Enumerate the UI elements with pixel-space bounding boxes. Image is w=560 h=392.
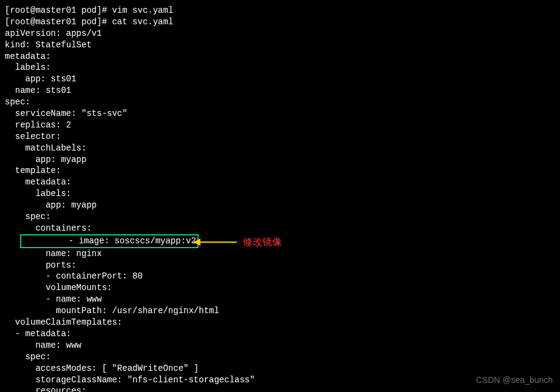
- watermark: CSDN @sea_bunch: [476, 374, 553, 386]
- yaml-line: accessModes: [ "ReadWriteOnce" ]: [5, 363, 555, 374]
- yaml-line: - metadata:: [5, 328, 555, 340]
- yaml-line: volumeMounts:: [5, 282, 555, 294]
- yaml-line: resources:: [5, 385, 555, 392]
- annotation-arrow: 修改镜像: [193, 235, 282, 249]
- yaml-line: selector:: [5, 131, 555, 143]
- yaml-line: matchLabels:: [5, 143, 555, 154]
- yaml-line: metadata:: [5, 177, 555, 188]
- yaml-line: replicas: 2: [5, 120, 555, 131]
- yaml-line: storageClassName: "nfs-client-storagecla…: [5, 374, 555, 386]
- yaml-line: spec:: [5, 211, 555, 223]
- annotation-label: 修改镜像: [243, 235, 282, 249]
- arrow-head-icon: [193, 238, 200, 246]
- highlighted-image-line: - image: soscscs/myapp:v2: [20, 234, 199, 248]
- yaml-line: spec:: [5, 96, 555, 108]
- yaml-line: name: www: [5, 340, 555, 351]
- yaml-line: name: sts01: [5, 85, 555, 96]
- yaml-line: volumeClaimTemplates:: [5, 317, 555, 328]
- yaml-line: apiVersion: apps/v1: [5, 28, 555, 39]
- yaml-line: labels:: [5, 62, 555, 73]
- yaml-line: serviceName: "sts-svc": [5, 108, 555, 120]
- yaml-line: template:: [5, 165, 555, 177]
- terminal-output: [root@master01 pod]# vim svc.yaml [root@…: [5, 5, 555, 392]
- yaml-line: - containerPort: 80: [5, 271, 555, 282]
- arrow-line-icon: [200, 242, 237, 243]
- yaml-line: ports:: [5, 260, 555, 271]
- prompt-line-2: [root@master01 pod]# cat svc.yaml: [5, 16, 555, 28]
- yaml-line: mountPath: /usr/share/nginx/html: [5, 305, 555, 317]
- yaml-line: name: nginx: [5, 248, 555, 260]
- yaml-line: labels:: [5, 188, 555, 200]
- yaml-line: kind: StatefulSet: [5, 39, 555, 51]
- yaml-line: - name: www: [5, 294, 555, 305]
- yaml-line: app: myapp: [5, 154, 555, 166]
- yaml-line: containers:: [5, 223, 555, 234]
- yaml-line: metadata:: [5, 51, 555, 63]
- yaml-line: spec:: [5, 351, 555, 363]
- yaml-line: app: myapp: [5, 200, 555, 211]
- yaml-line: app: sts01: [5, 73, 555, 85]
- prompt-line-1: [root@master01 pod]# vim svc.yaml: [5, 5, 555, 16]
